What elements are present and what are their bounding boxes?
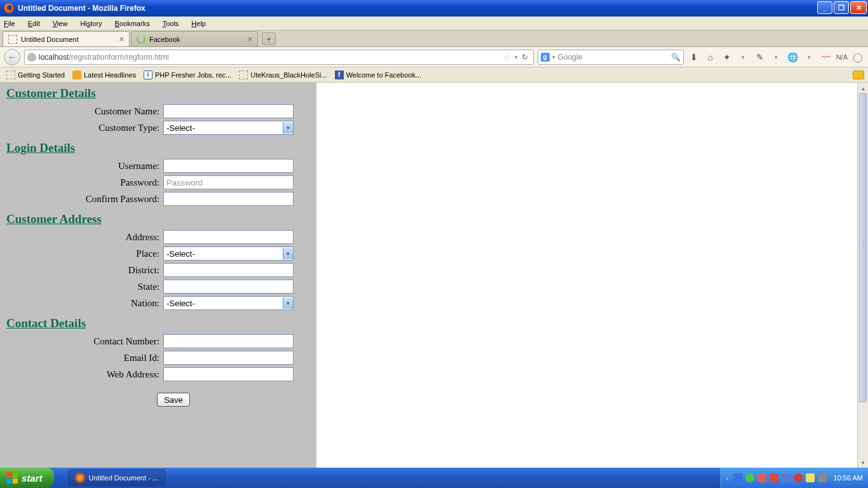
menu-history[interactable]: History [80, 20, 102, 27]
menu-edit[interactable]: Edit [28, 20, 40, 27]
tray-icon[interactable] [770, 473, 778, 482]
customer-name-input[interactable] [163, 104, 294, 118]
district-input[interactable] [163, 263, 294, 277]
taskbar-item-label: Untitled Document - ... [89, 474, 158, 482]
customer-type-select[interactable]: -Select- ▾ [163, 121, 294, 135]
bookmark-latest-headlines[interactable]: Latest Headlines [70, 71, 139, 79]
tray-icon[interactable] [745, 473, 754, 482]
window-title: Untitled Document - Mozilla Firefox [18, 4, 817, 13]
bookmark-php-fresher-jobs[interactable]: i PHP Fresher Jobs, rec... [141, 71, 234, 79]
label-address: Address: [6, 232, 163, 243]
address-input[interactable] [163, 230, 294, 244]
save-button[interactable]: Save [157, 393, 190, 407]
menu-file[interactable]: File [4, 20, 15, 27]
graph-icon[interactable]: 〰 [820, 51, 832, 64]
google-icon: g [541, 53, 550, 62]
url-text[interactable]: localhost/registrationform/regform.html [39, 53, 501, 62]
username-input[interactable] [163, 159, 294, 173]
label-customer-type: Customer Type: [6, 123, 163, 133]
tray-expand-icon[interactable]: ‹ [726, 474, 729, 482]
bookmark-facebook[interactable]: f Welcome to Facebook... [332, 71, 424, 79]
contact-number-input[interactable] [163, 334, 294, 348]
menu-bookmarks[interactable]: Bookmarks [115, 20, 150, 27]
back-button[interactable]: ← [4, 49, 20, 65]
magnifier-icon[interactable]: ◯ [851, 51, 864, 64]
scroll-thumb[interactable] [859, 93, 867, 402]
clock[interactable]: 10:56 AM [834, 474, 863, 482]
maximize-button[interactable]: ❐ [834, 1, 849, 14]
minimize-button[interactable]: _ [817, 1, 832, 14]
downloads-icon[interactable]: ⬇ [688, 51, 700, 64]
close-button[interactable]: ✕ [850, 1, 867, 14]
url-bar[interactable]: localhost/registrationform/regform.html … [24, 50, 534, 65]
history-dropdown-icon[interactable]: ▾ [515, 54, 518, 60]
tray-icon[interactable] [733, 473, 742, 482]
tray-icon[interactable] [794, 473, 803, 482]
search-icon[interactable]: 🔍 [671, 53, 681, 62]
tab-label: Untitled Document [21, 36, 116, 43]
tray-icon[interactable] [782, 473, 790, 482]
tab-close-icon[interactable]: × [119, 34, 124, 44]
rss-icon [72, 71, 81, 79]
label-email: Email Id: [6, 353, 163, 363]
tab-facebook[interactable]: Facebook × [131, 31, 258, 46]
search-bar[interactable]: g ▾ Google 🔍 [538, 50, 684, 65]
vertical-scrollbar[interactable]: ▴ ▾ [857, 83, 868, 468]
bookmarks-overflow-icon[interactable] [853, 71, 864, 79]
menu-help[interactable]: Help [191, 20, 206, 27]
home-icon[interactable]: ⌂ [704, 51, 717, 64]
bookmark-getting-started[interactable]: Getting Started [4, 71, 67, 79]
eyedropper-icon[interactable]: ✎ [754, 51, 766, 64]
menu-view[interactable]: View [53, 20, 68, 27]
site-identity-icon[interactable] [27, 53, 36, 62]
section-login-details: Login Details [6, 141, 310, 155]
chevron-down-icon: ▾ [283, 297, 293, 309]
tray-icon[interactable] [818, 473, 827, 482]
tray-icon[interactable] [757, 473, 766, 482]
dropdown-icon[interactable]: ▾ [770, 51, 783, 64]
bookmark-star-icon[interactable]: ☆ [503, 52, 511, 62]
new-tab-button[interactable]: + [262, 32, 276, 45]
addon-icon[interactable]: ✦ [721, 51, 733, 64]
facebook-icon: f [335, 71, 344, 79]
email-input[interactable] [163, 351, 294, 365]
place-select[interactable]: -Select- ▾ [163, 247, 294, 261]
confirm-password-input[interactable] [163, 192, 294, 206]
indeed-icon: i [144, 71, 153, 79]
search-engine-dropdown-icon[interactable]: ▾ [552, 54, 555, 60]
na-label: N/A [836, 53, 848, 61]
bookmark-label: Getting Started [18, 71, 65, 79]
tab-close-icon[interactable]: × [247, 34, 252, 44]
scroll-track[interactable] [858, 93, 868, 457]
section-contact-details: Contact Details [6, 316, 310, 330]
bookmark-label: UteKraus_BlackHoleSi... [250, 71, 327, 79]
taskbar-item-firefox[interactable]: Untitled Document - ... [68, 470, 165, 486]
menubar: File Edit View History Bookmarks Tools H… [0, 17, 868, 30]
start-label: start [22, 473, 43, 484]
dropdown-icon[interactable]: ▾ [803, 51, 816, 64]
windows-taskbar: start Untitled Document - ... ‹ 10:56 AM [0, 468, 868, 488]
scroll-up-icon[interactable]: ▴ [858, 83, 868, 93]
nation-select[interactable]: -Select- ▾ [163, 296, 294, 310]
scroll-down-icon[interactable]: ▾ [858, 457, 868, 468]
system-tray: ‹ 10:56 AM [721, 468, 868, 488]
reload-icon[interactable]: ↻ [522, 53, 528, 62]
password-input[interactable] [163, 175, 294, 189]
tray-icon[interactable] [806, 473, 815, 482]
menu-tools[interactable]: Tools [163, 20, 179, 27]
bookmark-label: PHP Fresher Jobs, rec... [155, 71, 231, 79]
label-web-address: Web Address: [6, 369, 163, 380]
state-input[interactable] [163, 280, 294, 294]
blank-page-icon [8, 35, 17, 44]
label-place: Place: [6, 248, 163, 259]
registration-form-page: Customer Details Customer Name: Customer… [0, 83, 316, 468]
globe-icon[interactable]: 🌐 [787, 51, 799, 64]
start-button[interactable]: start [0, 468, 54, 488]
page-whitespace [316, 83, 857, 468]
dropdown-icon[interactable]: ▾ [737, 51, 750, 64]
bookmark-utekraus[interactable]: UteKraus_BlackHoleSi... [236, 71, 329, 79]
label-contact-number: Contact Number: [6, 336, 163, 347]
web-address-input[interactable] [163, 367, 294, 381]
select-value: -Select- [166, 123, 195, 133]
tab-untitled-document[interactable]: Untitled Document × [3, 31, 130, 46]
